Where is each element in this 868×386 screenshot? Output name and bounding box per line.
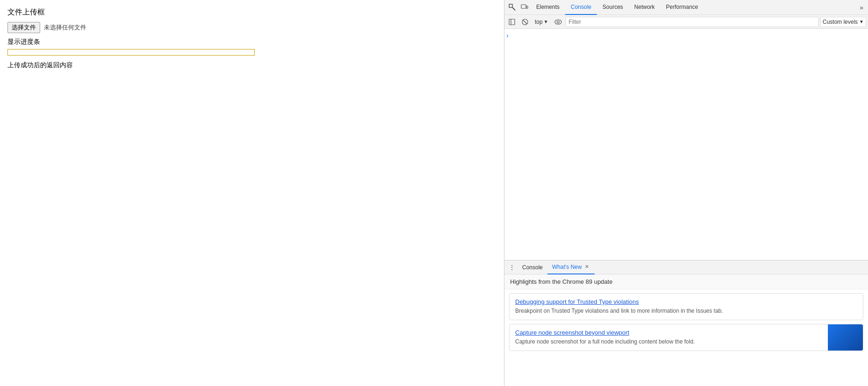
custom-levels-button[interactable]: Custom levels ▼ <box>820 17 866 27</box>
svg-line-7 <box>523 20 527 24</box>
devtools-panel: Elements Console Sources Network Perform… <box>504 0 868 386</box>
blue-accent-decoration <box>828 324 863 351</box>
eye-icon[interactable] <box>553 16 564 28</box>
main-content: 文件上传框 选择文件 未选择任何文件 显示进度条 上传成功后的返回内容 <box>0 0 504 386</box>
whats-new-card-2-desc: Capture node screenshot for a full node … <box>515 338 857 346</box>
progress-label: 显示进度条 <box>7 38 497 46</box>
progress-bar <box>7 49 255 56</box>
upload-result-label: 上传成功后的返回内容 <box>7 61 497 70</box>
chevron-down-icon: ▼ <box>544 19 548 24</box>
filter-input[interactable] <box>566 17 819 27</box>
tab-whats-new[interactable]: What's New ✕ <box>547 260 595 274</box>
devtools-top-toolbar: Elements Console Sources Network Perform… <box>504 0 868 15</box>
tab-performance[interactable]: Performance <box>660 0 704 15</box>
no-file-label: 未选择任何文件 <box>44 23 86 32</box>
whats-new-card-1: Debugging support for Trusted Type viola… <box>509 293 863 320</box>
whats-new-header: Highlights from the Chrome 89 update <box>504 274 868 289</box>
svg-point-9 <box>557 21 559 23</box>
bottom-tabs-bar: ⋮ Console What's New ✕ <box>504 260 868 274</box>
choose-file-button[interactable]: 选择文件 <box>7 22 40 33</box>
tab-elements[interactable]: Elements <box>531 0 565 15</box>
chevron-down-icon: ▼ <box>859 19 864 24</box>
whats-new-card-2: Capture node screenshot beyond viewport … <box>509 324 863 351</box>
tab-sources[interactable]: Sources <box>597 0 629 15</box>
svg-rect-2 <box>521 5 526 8</box>
console-content: › <box>504 29 868 260</box>
devtools-tabs: Elements Console Sources Network Perform… <box>531 0 857 15</box>
tab-console[interactable]: Console <box>565 0 597 15</box>
sidebar-toggle-icon[interactable] <box>506 16 518 28</box>
tab-network[interactable]: Network <box>629 0 660 15</box>
tab-console-bottom[interactable]: Console <box>518 260 547 274</box>
svg-rect-4 <box>509 19 515 25</box>
devtools-console-toolbar: top ▼ Custom levels ▼ <box>504 15 868 29</box>
file-input-row: 选择文件 未选择任何文件 <box>7 22 497 33</box>
svg-rect-3 <box>526 6 528 8</box>
devtools-bottom-panel: ⋮ Console What's New ✕ Highlights from t… <box>504 260 868 386</box>
svg-point-8 <box>555 20 561 24</box>
bottom-panel-menu-icon[interactable]: ⋮ <box>506 262 518 273</box>
device-toggle-icon[interactable] <box>518 1 531 14</box>
more-tabs-button[interactable]: » <box>857 0 866 15</box>
whats-new-card-1-title[interactable]: Debugging support for Trusted Type viola… <box>515 298 857 305</box>
whats-new-close-icon[interactable]: ✕ <box>584 263 590 270</box>
inspect-element-icon[interactable] <box>506 1 518 14</box>
context-selector[interactable]: top ▼ <box>532 17 551 27</box>
svg-rect-0 <box>509 4 512 7</box>
whats-new-content: Highlights from the Chrome 89 update Deb… <box>504 274 868 386</box>
clear-console-icon[interactable] <box>519 16 531 28</box>
svg-line-1 <box>512 7 515 10</box>
console-expand-arrow[interactable]: › <box>504 31 512 38</box>
page-title: 文件上传框 <box>7 7 497 17</box>
whats-new-card-1-desc: Breakpoint on Trusted Type violations an… <box>515 307 857 315</box>
whats-new-card-2-title[interactable]: Capture node screenshot beyond viewport <box>515 329 857 336</box>
